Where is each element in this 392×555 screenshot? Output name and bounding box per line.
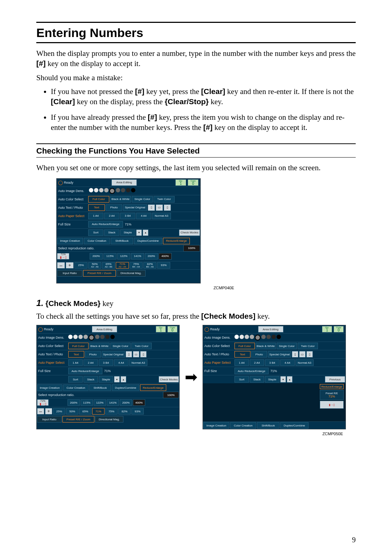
density-dot[interactable]: [126, 188, 130, 192]
tray-normal-a3[interactable]: Normal A3: [129, 359, 147, 366]
tray-3-b4[interactable]: 3 B4: [265, 359, 279, 366]
text-button[interactable]: Text: [234, 351, 250, 358]
twin-color-button[interactable]: Twin Color: [154, 196, 175, 203]
text-button[interactable]: Text: [88, 204, 105, 211]
black-white-button[interactable]: Black & White: [110, 196, 131, 203]
minus-button[interactable]: –: [57, 262, 65, 269]
ratio-100-button[interactable]: 100%: [163, 392, 179, 398]
preset-115[interactable]: 115%: [103, 253, 117, 260]
density-dot[interactable]: [95, 335, 99, 339]
preset-zoom-tab[interactable]: Preset R/E / Zoom: [62, 416, 94, 423]
area-editing-button[interactable]: Area Editing: [111, 179, 137, 186]
special-original-button[interactable]: Special Original: [123, 204, 147, 211]
density-dot[interactable]: [99, 188, 103, 192]
auto-reduce-enlarge-button[interactable]: Auto Reduce/Enlarge: [68, 368, 102, 374]
shift-book-button[interactable]: Shift/Book: [111, 238, 133, 244]
ratio-100-button[interactable]: 100%: [183, 245, 200, 252]
full-color-button[interactable]: Full Color: [234, 343, 255, 349]
preset-122[interactable]: 122%: [94, 399, 106, 406]
single-color-button[interactable]: Single Color: [132, 196, 153, 203]
face-down-icon[interactable]: ▾: [280, 376, 286, 383]
directional-mag-tab[interactable]: Directional Mag.: [95, 416, 123, 423]
image-creation-button[interactable]: Image Creation: [57, 238, 83, 244]
twin-color-button[interactable]: Twin Color: [131, 343, 152, 349]
density-dot[interactable]: [240, 335, 244, 339]
orientation-icon[interactable]: ▭: [299, 351, 306, 358]
orientation-icon[interactable]: ▭: [156, 204, 163, 211]
preset-50[interactable]: 50%: [66, 408, 78, 415]
density-dot[interactable]: [94, 188, 98, 192]
tray-1-a4[interactable]: 1 A4: [88, 213, 103, 219]
density-dot[interactable]: [250, 335, 254, 339]
preset-141[interactable]: 141%: [107, 399, 119, 406]
density-dot[interactable]: [261, 335, 266, 339]
duplex-combine-button[interactable]: Duplex/Combine: [134, 238, 162, 244]
area-editing-button[interactable]: Area Editing: [258, 326, 283, 332]
face-down-icon[interactable]: ▾: [136, 229, 142, 236]
stack-button[interactable]: Stack: [83, 376, 98, 383]
density-dot[interactable]: [68, 335, 73, 339]
density-dot[interactable]: [78, 335, 83, 339]
full-color-button[interactable]: Full Color: [68, 343, 89, 349]
density-dot-selected[interactable]: [255, 335, 261, 340]
density-dot[interactable]: [73, 335, 78, 339]
preset-93[interactable]: 93%: [157, 262, 170, 269]
auto-reduce-enlarge-button[interactable]: Auto Reduce/Enlarge: [234, 368, 269, 374]
density-dot[interactable]: [245, 335, 249, 339]
reduce-enlarge-side[interactable]: Reduce/Enlarge: [320, 384, 344, 389]
preset-200[interactable]: 200%: [68, 399, 80, 406]
text-button[interactable]: Text: [68, 351, 84, 358]
shift-book-button[interactable]: Shift/Book: [257, 422, 279, 429]
shift-book-button[interactable]: Shift/Book: [89, 384, 111, 391]
density-dot[interactable]: [266, 335, 271, 339]
orientation-icon[interactable]: ▯: [140, 351, 147, 358]
density-dot[interactable]: [121, 188, 125, 192]
auto-reduce-enlarge-button[interactable]: Auto Reduce/Enlarge: [88, 221, 123, 228]
preset-115[interactable]: 115%: [81, 399, 93, 406]
orientation-icon[interactable]: ▯: [306, 351, 313, 358]
preset-25[interactable]: 25%: [74, 262, 87, 269]
tray-1-a4[interactable]: 1 A4: [234, 359, 249, 366]
preset-400[interactable]: 400%: [159, 253, 172, 260]
input-ratio-tab[interactable]: Input Ratio: [37, 416, 62, 423]
density-dot[interactable]: [83, 335, 88, 339]
color-creation-button[interactable]: Color Creation: [63, 384, 89, 391]
density-dot[interactable]: [277, 335, 281, 339]
tray-2-a4[interactable]: 2 A4: [250, 359, 264, 366]
density-dot[interactable]: [131, 188, 135, 192]
reduce-enlarge-button[interactable]: Reduce/Enlarge: [140, 384, 166, 391]
photo-button[interactable]: Photo: [85, 351, 101, 358]
tray-4-a4[interactable]: 4 A4: [136, 213, 151, 219]
orientation-icon[interactable]: ▯: [148, 204, 155, 211]
density-dot[interactable]: [105, 335, 110, 339]
preset-400[interactable]: 400%: [133, 399, 145, 406]
directional-mag-tab[interactable]: Directional Mag.: [117, 270, 146, 277]
staple-button[interactable]: Staple: [99, 376, 113, 383]
duplex-combine-button[interactable]: Duplex/Combine: [280, 422, 309, 429]
black-white-button[interactable]: Black & White: [256, 343, 276, 349]
density-dot[interactable]: [116, 188, 120, 192]
check-modes-button[interactable]: Check Modes: [179, 229, 200, 236]
preset-82[interactable]: 82%: [118, 408, 131, 415]
preset-25[interactable]: 25%: [53, 408, 65, 415]
preset-zoom-tab[interactable]: Preset R/E / Zoom: [83, 270, 116, 277]
special-original-button[interactable]: Special Original: [268, 351, 291, 358]
single-color-button[interactable]: Single Color: [110, 343, 131, 349]
density-dot[interactable]: [234, 335, 239, 339]
staple-button[interactable]: Staple: [120, 229, 135, 236]
staple-button[interactable]: Staple: [265, 376, 279, 383]
density-dot[interactable]: [110, 335, 115, 339]
sort-button[interactable]: Sort: [68, 376, 83, 383]
twin-color-button[interactable]: Twin Color: [298, 343, 318, 349]
preset-71[interactable]: 71%: [92, 408, 105, 415]
preset-75[interactable]: 75%: [105, 408, 118, 415]
photo-button[interactable]: Photo: [251, 351, 267, 358]
photo-button[interactable]: Photo: [106, 204, 122, 211]
special-original-button[interactable]: Special Original: [102, 351, 125, 358]
image-creation-button[interactable]: Image Creation: [203, 422, 229, 429]
area-editing-button[interactable]: Area Editing: [92, 326, 117, 332]
minus-button[interactable]: –: [37, 408, 44, 415]
sort-button[interactable]: Sort: [88, 229, 103, 236]
face-down-icon[interactable]: ▾: [114, 376, 120, 383]
full-color-button[interactable]: Full Color: [88, 196, 109, 203]
